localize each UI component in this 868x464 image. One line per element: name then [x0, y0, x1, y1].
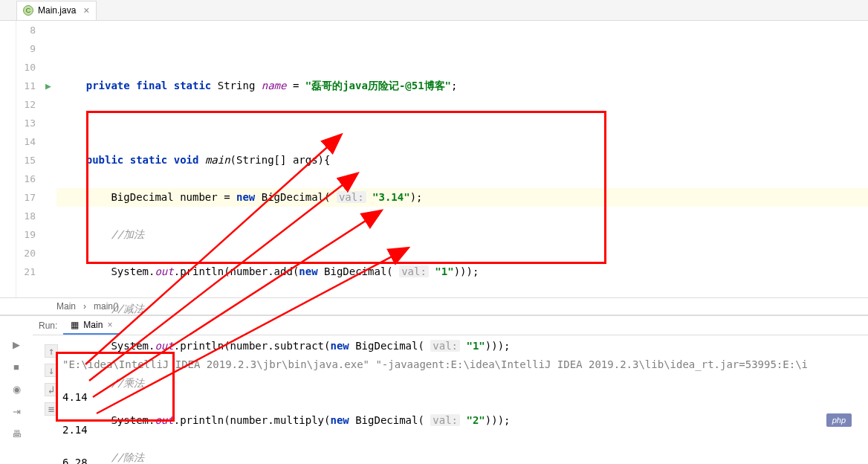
php-badge: php [826, 413, 852, 427]
file-tab-label: Main.java [38, 5, 76, 16]
run-gutter-icon[interactable]: ▶ [40, 77, 56, 95]
code-area[interactable]: private final static String name = "磊哥的j… [56, 21, 868, 297]
line-numbers: 89101112131415161718192021 [16, 21, 40, 297]
gutter-icons: ▶ [40, 21, 56, 297]
code-editor: 89101112131415161718192021 ▶ private fin… [0, 21, 868, 297]
run-toolbar-left: ▶ ■ ◉ ⇥ 🖶 [0, 316, 33, 464]
camera-icon[interactable]: ◉ [9, 381, 24, 396]
gutter [0, 21, 16, 297]
stop-icon[interactable]: ■ [9, 359, 24, 374]
svg-text:C: C [26, 7, 31, 14]
editor-tab-bar: C Main.java × [0, 0, 868, 21]
file-tab-main[interactable]: C Main.java × [16, 1, 97, 20]
close-icon[interactable]: × [83, 4, 89, 16]
java-class-icon: C [23, 5, 33, 16]
exit-icon[interactable]: ⇥ [9, 404, 24, 419]
print-icon[interactable]: 🖶 [9, 426, 24, 441]
run-icon[interactable]: ▶ [9, 337, 24, 352]
